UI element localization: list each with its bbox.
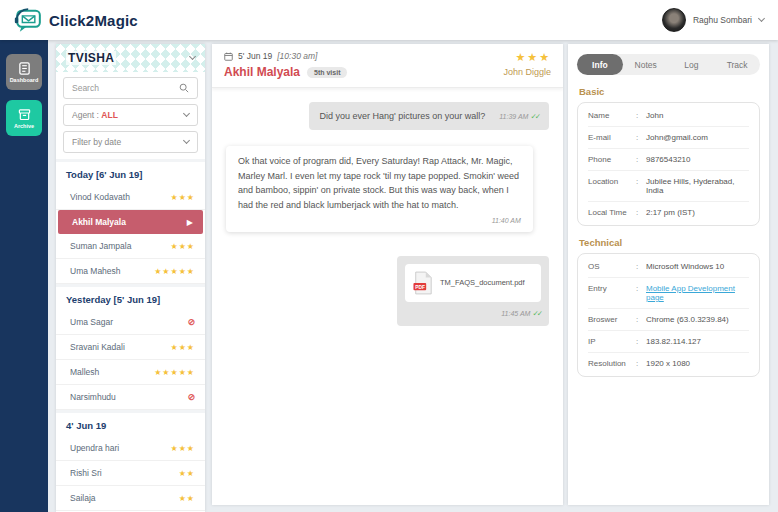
detail-colon: : xyxy=(636,111,646,120)
message-time: 11:39 AM xyxy=(499,113,528,120)
detail-row: Broswer:Chrome (63.0.3239.84) xyxy=(588,309,749,331)
chat-header-left: 5' Jun 19 [10:30 am] Akhil Malyala 5th v… xyxy=(224,51,347,79)
tab-log[interactable]: Log xyxy=(669,54,715,75)
visitor-name: Akhil Malyala xyxy=(224,65,300,79)
star-rating: ★★★★★ xyxy=(154,267,195,276)
app-window: Click2Magic Raghu Sombari Dashboard Arch… xyxy=(0,0,778,512)
detail-value: John xyxy=(646,111,749,120)
detail-colon: : xyxy=(636,359,646,368)
contact-row[interactable]: Sravani Kadali★★★ xyxy=(56,335,205,360)
detail-row: OS:Microsoft Windows 10 xyxy=(588,256,749,278)
contact-row[interactable]: Rishi Sri★★ xyxy=(56,461,205,486)
user-name: Raghu Sombari xyxy=(693,15,752,25)
contact-row[interactable]: Uma Mahesh★★★★★ xyxy=(56,259,205,284)
detail-label: Broswer xyxy=(588,315,636,324)
delivered-check-icon: ✓✓ xyxy=(532,309,541,318)
detail-value: 9876543210 xyxy=(646,155,749,164)
detail-value: John@gmail.com xyxy=(646,133,749,142)
detail-row: Entry:Mobile App Development page xyxy=(588,278,749,309)
visitor-details-panel: InfoNotesLogTrack Basic Name:JohnE-mail:… xyxy=(568,44,769,505)
detail-value-link[interactable]: Mobile App Development page xyxy=(646,284,749,302)
detail-value: 2:17 pm (IST) xyxy=(646,208,749,217)
brand-logo-icon xyxy=(14,7,44,33)
visit-count-badge: 5th visit xyxy=(307,67,347,78)
contact-name: Mallesh xyxy=(70,367,99,377)
agent-filter-dropdown[interactable]: Agent : ALL xyxy=(63,104,198,126)
contact-name: Sailaja xyxy=(70,493,96,503)
detail-label: Phone xyxy=(588,155,636,164)
contacts-panel: TVISHA Agent : ALL Filter by date Today … xyxy=(56,44,205,512)
contact-row[interactable]: Sailaja★★ xyxy=(56,486,205,511)
detail-row: E-mail:John@gmail.com xyxy=(588,127,749,149)
contact-row[interactable]: Akhil Malyala▶ xyxy=(58,210,203,234)
star-rating: ★★★ xyxy=(170,343,195,352)
message-list: Did you ever Hang' pictures on your wall… xyxy=(212,88,563,505)
technical-info-box: OS:Microsoft Windows 10Entry:Mobile App … xyxy=(577,253,760,377)
message-time: 11:45 AM xyxy=(501,310,530,317)
nav-rail: Dashboard Archive xyxy=(0,40,48,512)
contact-search[interactable] xyxy=(63,77,198,99)
detail-value: Chrome (63.0.3239.84) xyxy=(646,315,749,324)
date-filter-dropdown[interactable]: Filter by date xyxy=(63,131,198,153)
chat-header: 5' Jun 19 [10:30 am] Akhil Malyala 5th v… xyxy=(212,44,563,88)
detail-value: 183.82.114.127 xyxy=(646,337,749,346)
user-menu[interactable]: Raghu Sombari xyxy=(662,8,764,32)
contact-name: Upendra hari xyxy=(70,443,119,453)
nav-dashboard-button[interactable]: Dashboard xyxy=(6,54,42,90)
detail-label: IP xyxy=(588,337,636,346)
contact-name: Suman Jampala xyxy=(70,241,131,251)
contact-row[interactable]: Vinod Kodavath★★★ xyxy=(56,185,205,210)
contact-name: Rishi Sri xyxy=(70,468,102,478)
archive-icon xyxy=(18,108,31,121)
agent-filter-value: ALL xyxy=(101,110,118,120)
brand-logo[interactable]: Click2Magic xyxy=(14,7,138,33)
chevron-down-icon xyxy=(189,53,196,60)
contact-name: Vinod Kodavath xyxy=(70,192,130,202)
workspace-title: TVISHA xyxy=(66,51,116,65)
contact-name: Akhil Malyala xyxy=(72,217,126,227)
contact-list: Today [6' Jun 19]Vinod Kodavath★★★Akhil … xyxy=(56,159,205,512)
detail-row: Local Time:2:17 pm (IST) xyxy=(588,202,749,223)
play-icon: ▶ xyxy=(187,218,193,227)
tab-notes[interactable]: Notes xyxy=(623,54,669,75)
detail-row: IP:183.82.114.127 xyxy=(588,331,749,353)
star-rating: ★★★ xyxy=(170,193,195,202)
file-message-bubble: PDFTM_FAQS_document.pdf11:45 AM✓✓ xyxy=(397,256,549,325)
tab-info[interactable]: Info xyxy=(577,54,623,75)
file-name: TM_FAQS_document.pdf xyxy=(440,277,525,289)
detail-label: Location xyxy=(588,177,636,186)
message-text: Ok that voice of program did, Every Satu… xyxy=(238,154,521,212)
detail-value: 1920 x 1080 xyxy=(646,359,749,368)
detail-row: Name:John xyxy=(588,105,749,127)
chevron-down-icon xyxy=(183,137,190,144)
detail-row: Phone:9876543210 xyxy=(588,149,749,171)
chevron-down-icon xyxy=(183,110,190,117)
contact-row[interactable]: Narsimhudu⊘ xyxy=(56,385,205,410)
detail-colon: : xyxy=(636,177,646,186)
detail-label: E-mail xyxy=(588,133,636,142)
dashboard-icon xyxy=(18,62,31,75)
detail-label: Name xyxy=(588,111,636,120)
contact-group-header: 4' Jun 19 xyxy=(56,410,205,436)
detail-colon: : xyxy=(636,133,646,142)
contact-search-input[interactable] xyxy=(72,83,172,93)
star-rating: ★★ xyxy=(179,494,195,503)
detail-colon: : xyxy=(636,337,646,346)
workspace-selector[interactable]: TVISHA xyxy=(56,44,205,72)
nav-archive-button[interactable]: Archive xyxy=(6,100,42,136)
contact-row[interactable]: Mallesh★★★★★ xyxy=(56,360,205,385)
contact-row[interactable]: Uma Sagar⊘ xyxy=(56,310,205,335)
technical-section-title: Technical xyxy=(579,237,758,248)
agent-star-rating[interactable]: ★★★ xyxy=(503,51,551,64)
search-icon xyxy=(179,83,189,93)
chat-start-time: [10:30 am] xyxy=(277,51,317,61)
tab-track[interactable]: Track xyxy=(714,54,760,75)
contact-row[interactable]: Suman Jampala★★★ xyxy=(56,234,205,259)
visitor-message-bubble: Did you ever Hang' pictures on your wall… xyxy=(309,102,549,130)
svg-text:PDF: PDF xyxy=(415,285,425,290)
message-text: Did you ever Hang' pictures on your wall… xyxy=(319,109,485,123)
file-attachment[interactable]: PDFTM_FAQS_document.pdf xyxy=(405,264,541,302)
contact-name: Uma Sagar xyxy=(70,317,113,327)
agent-filter-label: Agent : ALL xyxy=(72,110,118,120)
contact-row[interactable]: Upendra hari★★★ xyxy=(56,436,205,461)
